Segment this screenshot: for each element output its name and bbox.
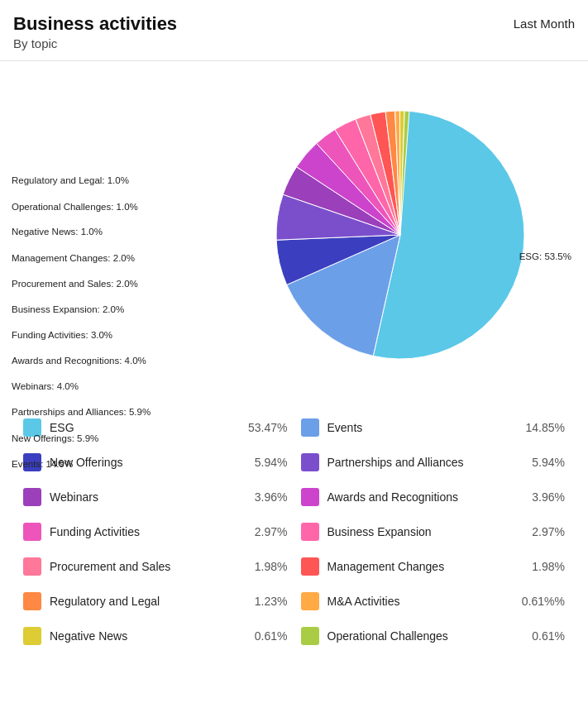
legend-color-box [301,557,319,576]
legend-item-pct: 0.61% [532,629,565,643]
legend-item-pct: 14.85% [526,421,565,434]
legend-item-name: Webinars [50,490,243,504]
legend-color-box [301,488,319,506]
label-events: Events: 14.9% [12,459,73,469]
legend-item-name: Management Changes [327,560,521,573]
label-partnerships: Partnerships and Alliances: 5.9% [12,407,151,417]
period-label: Last Month [514,17,575,31]
legend-item: Partnerships and Alliances5.94% [294,445,572,480]
legend-item-pct: 0.61%% [522,595,565,608]
page-subtitle: By topic [13,36,177,50]
legend-item: Webinars3.96% [17,480,294,514]
legend-item-pct: 1.23% [255,595,288,608]
legend-color-box [23,557,41,576]
legend-item-name: New Offerings [50,456,243,469]
legend-color-box [301,418,319,437]
label-esg: ESG: 53.5% [519,251,571,261]
legend-item: Events14.85% [294,410,572,445]
label-management: Management Changes: 2.0% [12,253,135,263]
legend-color-box [23,627,41,645]
legend-color-box [301,592,319,610]
page-title: Business activities [13,13,177,35]
legend-item-pct: 0.61% [255,629,288,643]
legend-item-pct: 1.98% [532,560,565,573]
legend-color-box [23,488,41,506]
legend-item: Procurement and Sales1.98% [17,549,294,584]
label-new-offerings: New Offerings: 5.9% [12,433,98,443]
label-operational: Operational Challenges: 1.0% [12,202,138,212]
legend-item: Regulatory and Legal1.23% [17,584,294,619]
legend-color-box [301,627,319,645]
label-negative: Negative News: 1.0% [12,227,103,237]
legend-item: M&A Activities0.61%% [294,584,572,619]
page-header: Business activities By topic Last Month [0,0,588,50]
label-webinars: Webinars: 4.0% [12,381,79,391]
legend-item-pct: 5.94% [532,456,565,469]
legend-item-name: Awards and Recognitions [327,490,521,504]
legend-item-name: Events [327,421,514,434]
legend-item-name: Partnerships and Alliances [327,456,521,469]
label-awards: Awards and Recognitions: 4.0% [12,356,146,366]
legend-item-name: Operational Challenges [327,629,521,643]
legend-item: Management Changes1.98% [294,549,572,584]
legend-item-pct: 53.47% [248,421,287,434]
label-expansion: Business Expansion: 2.0% [12,304,124,314]
label-funding: Funding Activities: 3.0% [12,330,112,340]
legend-item-pct: 2.97% [532,525,565,538]
legend-color-box [23,592,41,610]
legend-item-name: Negative News [50,629,243,643]
legend-item-pct: 5.94% [255,456,288,469]
label-procurement: Procurement and Sales: 2.0% [12,279,138,289]
legend-item-pct: 2.97% [255,525,288,538]
legend-color-box [23,523,41,541]
chart-area: Regulatory and Legal: 1.0% Operational C… [0,69,588,400]
chart-labels: Regulatory and Legal: 1.0% Operational C… [0,69,588,400]
legend-color-box [301,523,319,541]
legend-item-pct: 1.98% [255,560,288,573]
legend-item-pct: 3.96% [532,490,565,504]
legend-item: Operational Challenges0.61% [294,619,572,653]
legend-item-name: M&A Activities [327,595,510,608]
legend-item-name: Procurement and Sales [50,560,243,573]
legend-item-name: Regulatory and Legal [50,595,243,608]
legend-item-name: Funding Activities [50,525,243,538]
legend-item: Funding Activities2.97% [17,514,294,549]
legend-item: Awards and Recognitions3.96% [294,480,572,514]
legend-item-name: Business Expansion [327,525,521,538]
legend-color-box [301,453,319,471]
legend-item-name: ESG [50,421,237,434]
divider [0,60,588,61]
title-block: Business activities By topic [13,13,177,50]
label-regulatory: Regulatory and Legal: 1.0% [12,175,129,185]
legend-item: Negative News0.61% [17,619,294,653]
legend-item: Business Expansion2.97% [294,514,572,549]
legend-item-pct: 3.96% [255,490,288,504]
